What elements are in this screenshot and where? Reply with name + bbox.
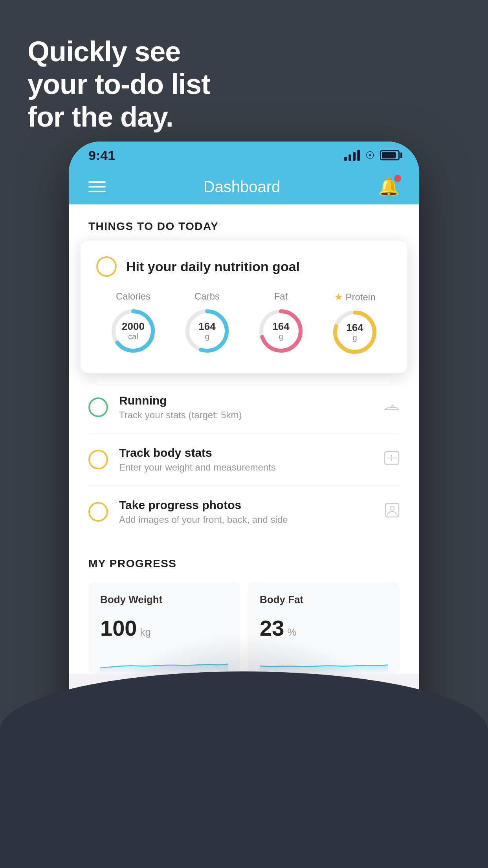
track-body-checkbox[interactable]: [88, 450, 108, 469]
wifi-icon: ☉: [365, 149, 374, 162]
running-title: Running: [119, 394, 373, 407]
scale-icon: [384, 451, 400, 469]
fat-item: Fat 164 g: [257, 291, 305, 355]
signal-icon: [344, 150, 360, 161]
body-fat-title: Body Fat: [260, 594, 388, 606]
nutrition-card[interactable]: Hit your daily nutrition goal Calories 2…: [81, 241, 407, 373]
protein-label: ★ Protein: [334, 291, 375, 303]
nutrition-checkbox[interactable]: [96, 256, 117, 277]
progress-photos-text: Take progress photos Add images of your …: [119, 498, 374, 525]
calories-item: Calories 2000 cal: [110, 291, 157, 355]
fat-ring: 164 g: [257, 307, 305, 355]
body-weight-title: Body Weight: [100, 594, 228, 606]
body-weight-value: 100 kg: [100, 615, 228, 641]
running-shoe-icon: [384, 399, 400, 416]
body-weight-card: Body Weight 100 kg: [88, 582, 240, 674]
svg-point-12: [390, 506, 394, 510]
things-to-do-section: THINGS TO DO TODAY: [69, 204, 419, 241]
track-body-subtitle: Enter your weight and measurements: [119, 462, 373, 473]
protein-ring: 164 g: [331, 309, 378, 356]
running-checkbox[interactable]: [88, 397, 108, 417]
background-shadow: [0, 671, 488, 868]
notifications-button[interactable]: 🔔: [378, 177, 400, 197]
status-bar: 9:41 ☉: [69, 142, 419, 169]
todo-track-body[interactable]: Track body stats Enter your weight and m…: [88, 433, 400, 485]
todo-list: Running Track your stats (target: 5km) T…: [69, 381, 419, 538]
hero-text: Quickly see your to-do list for the day.: [28, 35, 210, 133]
status-icons: ☉: [344, 149, 400, 162]
progress-section-title: MY PROGRESS: [88, 557, 400, 570]
body-fat-unit: %: [287, 626, 296, 638]
person-photo-icon: [385, 503, 400, 521]
nutrition-card-title: Hit your daily nutrition goal: [126, 259, 300, 274]
body-fat-num: 23: [260, 615, 284, 641]
body-fat-chart: [260, 650, 388, 674]
body-weight-num: 100: [100, 615, 137, 641]
card-header: Hit your daily nutrition goal: [96, 256, 392, 277]
star-icon: ★: [334, 291, 343, 303]
track-body-text: Track body stats Enter your weight and m…: [119, 446, 373, 473]
progress-photos-checkbox[interactable]: [88, 502, 108, 522]
running-text: Running Track your stats (target: 5km): [119, 394, 373, 421]
progress-photos-title: Take progress photos: [119, 498, 374, 512]
fat-label: Fat: [274, 291, 288, 302]
calories-label: Calories: [116, 291, 150, 302]
progress-cards: Body Weight 100 kg: [88, 582, 400, 674]
carbs-ring: 164 g: [183, 307, 231, 355]
body-weight-unit: kg: [140, 626, 150, 638]
nav-bar: Dashboard 🔔: [69, 169, 419, 204]
battery-icon: [380, 150, 400, 160]
todo-running[interactable]: Running Track your stats (target: 5km): [88, 381, 400, 433]
section-title: THINGS TO DO TODAY: [88, 220, 400, 233]
nutrition-circles: Calories 2000 cal Carbs: [96, 291, 392, 356]
menu-button[interactable]: [88, 181, 106, 192]
calories-ring: 2000 cal: [110, 307, 157, 355]
body-weight-chart: [100, 650, 228, 674]
progress-photos-subtitle: Add images of your front, back, and side: [119, 514, 374, 525]
nav-title: Dashboard: [204, 178, 281, 196]
body-fat-card: Body Fat 23 %: [248, 582, 400, 674]
carbs-label: Carbs: [194, 291, 220, 302]
running-subtitle: Track your stats (target: 5km): [119, 410, 373, 421]
content-area: THINGS TO DO TODAY Hit your daily nutrit…: [69, 204, 419, 674]
status-time: 9:41: [88, 148, 115, 163]
notification-badge: [394, 175, 401, 182]
progress-section: MY PROGRESS Body Weight 100 kg: [69, 538, 419, 674]
protein-item: ★ Protein 164 g: [331, 291, 378, 356]
todo-progress-photos[interactable]: Take progress photos Add images of your …: [88, 485, 400, 538]
track-body-title: Track body stats: [119, 446, 373, 460]
carbs-item: Carbs 164 g: [183, 291, 231, 355]
body-fat-value: 23 %: [260, 615, 388, 641]
